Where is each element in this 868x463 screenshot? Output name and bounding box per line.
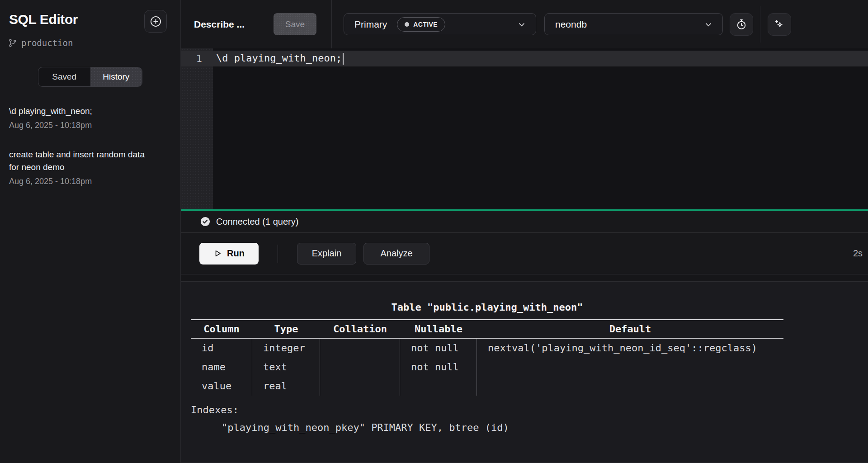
table-cell: nextval('playing_with_neon_id_seq'::regc… bbox=[477, 339, 783, 358]
table-cell: text bbox=[252, 358, 320, 377]
main-panel: Describe ... Save Primary ACTIVE neondb bbox=[181, 0, 868, 463]
query-duration: 2s bbox=[853, 248, 863, 259]
table-cell bbox=[477, 377, 783, 396]
table-cell: not null bbox=[400, 358, 477, 377]
editor-active-line[interactable]: 1 \d playing_with_neon; bbox=[181, 51, 868, 66]
history-item-title: create table and insert random data for … bbox=[9, 148, 145, 174]
table-cell: real bbox=[252, 377, 320, 396]
connection-status-bar: Connected (1 query) bbox=[181, 211, 868, 233]
editor-gutter bbox=[181, 48, 213, 209]
tab-history[interactable]: History bbox=[90, 67, 142, 86]
index-definition: "playing_with_neon_pkey" PRIMARY KEY, bt… bbox=[191, 417, 783, 438]
column-header: Nullable bbox=[400, 320, 477, 338]
ai-assist-button[interactable] bbox=[768, 13, 791, 36]
column-header: Type bbox=[252, 320, 320, 338]
play-icon bbox=[213, 249, 222, 258]
run-button[interactable]: Run bbox=[199, 243, 259, 265]
database-selector-dropdown[interactable]: neondb bbox=[544, 13, 723, 35]
new-query-button[interactable] bbox=[144, 10, 167, 33]
branch-indicator: production bbox=[8, 38, 180, 48]
history-item[interactable]: create table and insert random data for … bbox=[9, 148, 171, 186]
result-table-header: Column Type Collation Nullable Default bbox=[191, 319, 783, 339]
history-item-title: \d playing_with_neon; bbox=[9, 105, 145, 118]
code-text: \d playing_with_neon; bbox=[216, 52, 342, 64]
status-badge: ACTIVE bbox=[397, 17, 445, 32]
sql-editor-app: SQL Editor production Saved History bbox=[0, 0, 868, 463]
query-history-button[interactable] bbox=[730, 13, 753, 36]
check-circle-icon bbox=[200, 217, 210, 227]
indexes-section: Indexes: "playing_with_neon_pkey" PRIMAR… bbox=[191, 403, 783, 438]
explain-button[interactable]: Explain bbox=[297, 243, 356, 265]
column-header: Column bbox=[191, 320, 252, 338]
table-cell: integer bbox=[252, 339, 320, 358]
editor-code-area[interactable] bbox=[213, 48, 868, 209]
history-item-timestamp: Aug 6, 2025 - 10:18pm bbox=[9, 121, 171, 130]
panel-gap bbox=[181, 274, 868, 281]
table-cell bbox=[320, 358, 400, 377]
page-title: SQL Editor bbox=[9, 10, 78, 27]
git-branch-icon bbox=[8, 38, 17, 47]
analyze-button[interactable]: Analyze bbox=[363, 243, 429, 265]
status-dot-icon bbox=[405, 22, 409, 27]
sparkles-icon bbox=[774, 19, 785, 30]
indexes-label: Indexes: bbox=[191, 403, 783, 417]
sidebar-header: SQL Editor bbox=[0, 0, 180, 33]
branch-name: production bbox=[21, 38, 73, 48]
table-cell: not null bbox=[400, 339, 477, 358]
history-item-timestamp: Aug 6, 2025 - 10:18pm bbox=[9, 177, 171, 186]
history-list: \d playing_with_neon; Aug 6, 2025 - 10:1… bbox=[0, 105, 180, 204]
table-cell: name bbox=[191, 358, 252, 377]
top-toolbar: Describe ... Save Primary ACTIVE neondb bbox=[181, 0, 868, 48]
column-header: Collation bbox=[320, 320, 400, 338]
saved-history-tabs: Saved History bbox=[38, 67, 142, 87]
table-cell bbox=[400, 377, 477, 396]
query-title-section: Describe ... Save bbox=[181, 0, 331, 48]
result-table-title: Table "public.playing_with_neon" bbox=[191, 302, 783, 313]
connection-controls: Primary ACTIVE neondb bbox=[332, 0, 868, 48]
sidebar: SQL Editor production Saved History bbox=[0, 0, 181, 463]
result-table-body: id integer not null nextval('playing_wit… bbox=[191, 339, 783, 396]
status-badge-label: ACTIVE bbox=[413, 21, 438, 28]
chevron-down-icon bbox=[703, 19, 713, 29]
result-table: Table "public.playing_with_neon" Column … bbox=[191, 302, 783, 438]
action-divider bbox=[278, 245, 278, 263]
stopwatch-icon bbox=[736, 19, 747, 30]
query-results-panel: Table "public.playing_with_neon" Column … bbox=[181, 281, 868, 463]
history-item[interactable]: \d playing_with_neon; Aug 6, 2025 - 10:1… bbox=[9, 105, 171, 130]
text-cursor bbox=[343, 53, 344, 65]
code-line: \d playing_with_neon; bbox=[213, 52, 344, 65]
tab-saved[interactable]: Saved bbox=[38, 67, 90, 86]
query-action-bar: Run Explain Analyze 2s bbox=[181, 233, 868, 274]
line-number: 1 bbox=[181, 53, 213, 64]
sql-code-editor[interactable]: 1 \d playing_with_neon; bbox=[181, 48, 868, 209]
branch-selector-dropdown[interactable]: Primary ACTIVE bbox=[344, 13, 536, 35]
column-header: Default bbox=[477, 320, 783, 338]
run-button-label: Run bbox=[227, 248, 245, 259]
table-cell: value bbox=[191, 377, 252, 396]
query-title: Describe ... bbox=[194, 19, 245, 30]
plus-circle-icon bbox=[150, 15, 162, 28]
table-cell bbox=[477, 358, 783, 377]
toolbar-divider bbox=[760, 6, 760, 43]
table-cell bbox=[320, 377, 400, 396]
table-cell: id bbox=[191, 339, 252, 358]
database-selector-value: neondb bbox=[555, 19, 587, 30]
table-cell bbox=[320, 339, 400, 358]
connection-status-text: Connected (1 query) bbox=[216, 217, 298, 227]
save-button[interactable]: Save bbox=[274, 13, 316, 35]
branch-selector-value: Primary bbox=[354, 19, 387, 30]
chevron-down-icon bbox=[517, 19, 527, 29]
